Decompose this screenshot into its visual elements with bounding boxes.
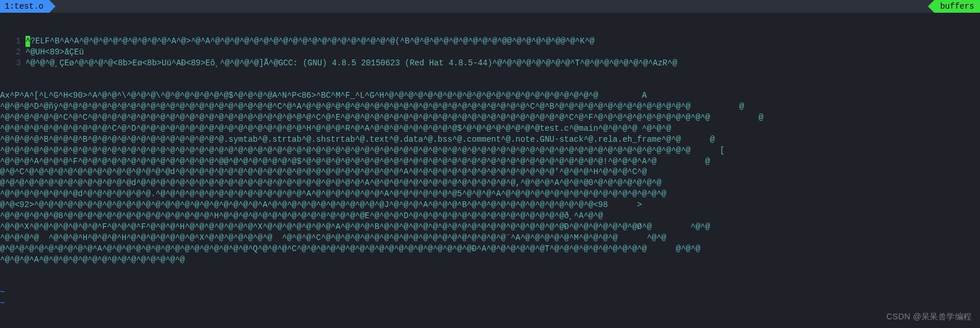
line-content: ^@^@^@^@^B^@^@^@^B^@^@^@^@^@^@^@^@^@^@^@… — [0, 134, 980, 145]
line-number: 2 — [0, 47, 25, 58]
code-line-wrap[interactable]: ^@^@^@^@^@^@^@^@^@^@^@^C^@^D^@^@^@^@^@^@… — [0, 123, 980, 134]
code-line[interactable]: 2^@UH<89>åÇEü — [0, 47, 980, 58]
tab-filename: test.o — [14, 1, 43, 12]
tilde-icon: ~ — [0, 298, 5, 309]
empty-line: ~ — [0, 287, 980, 298]
line-content: ^@UH<89>åÇEü — [25, 47, 980, 58]
line-content: @^@<92>^@^@^@^@^@^@^@^@^@^@^@^@^@^@^@^@^… — [0, 200, 980, 211]
line-content: @^@^@^@^@^@^@^@^@^@^@^@^@^@d^@^@^@^@^@^@… — [0, 178, 980, 189]
line-content: ^@^@^@^A^@^@^@^@^@^@^@^@^@^@^@^@^@^@^@ — [0, 255, 980, 266]
code-line-wrap[interactable]: ^@^@^@^A^@^@^@^@^@^@^@^@^@^@^@^@^@^@^@ — [0, 255, 980, 266]
code-line-wrap[interactable]: ^@^@^@^@^@^@^C^@^C^@^@^@^@^@^@^@^@^@^@^@… — [0, 112, 980, 123]
line-number: 1 — [0, 36, 25, 47]
code-line-wrap[interactable]: ^@^@^@^@^@^@8^@^@^@^@^@^@^@^@^@^@^@^@^@^… — [0, 211, 980, 222]
line-content: ^@^@^@^@^@^@^@^@^@^@^@^C^@^D^@^@^@^@^@^@… — [0, 123, 980, 134]
line-content: ^@^@^@^@^@^@^@^@d^@^@^@^@^@^@^@.^@^@^@^@… — [0, 189, 980, 200]
cursor: ^ — [25, 36, 30, 47]
tab-index: 1 — [5, 1, 9, 12]
line-content: @^@^C^@^@^@^@^@^@^@^@^@^@^@^@^@^@^@d^@^@… — [0, 167, 980, 178]
code-line-wrap[interactable]: @^@^C^@^@^@^@^@^@^@^@^@^@^@^@^@^@^@d^@^@… — [0, 167, 980, 178]
line-content: ^@^@^@^@^@^@^C^@^C^@^@^@^@^@^@^@^@^@^@^@… — [0, 112, 980, 123]
code-line-wrap[interactable]: ^@^@^@^@^@^@^@^@d^@^@^@^@^@^@^@.^@^@^@^@… — [0, 189, 980, 200]
watermark: CSDN @呆呆兽学编程 — [886, 311, 972, 322]
editor-area[interactable]: 1^?ELF^B^A^A^@^@^@^@^@^@^@^@^@^A^@>^@^A^… — [0, 13, 980, 320]
tilde-icon: ~ — [0, 287, 5, 298]
code-line-wrap[interactable]: ^@^@^@^A^@^@^@^F^@^@^@^@^@^@^@^@^@^@^@^@… — [0, 156, 980, 167]
code-line-wrap[interactable]: ^@^@^@^D^@ñÿ^@^@^@^@^@^@^@^@^@^@^@^@^@^@… — [0, 101, 980, 112]
line-content: ^?ELF^B^A^A^@^@^@^@^@^@^@^@^@^A^@>^@^A^@… — [25, 36, 980, 47]
code-line-wrap[interactable]: @^@^@^@^@^@^@^@^@^@^@^@^@^@d^@^@^@^@^@^@… — [0, 178, 980, 189]
tab-bar: 1: test.o buffers — [0, 0, 980, 13]
line-content: ^@^@^X^@^@^@^@^@^@^@^F^@^@^@^F^@^@^@^H^@… — [0, 222, 980, 233]
empty-line: ~ — [0, 298, 980, 309]
code-line-wrap[interactable]: ^@^@^@^@ ^@^@^@^H^@^@^@^H^@^@^@^@^@^@^@^… — [0, 233, 980, 244]
code-line-wrap[interactable]: @^@<92>^@^@^@^@^@^@^@^@^@^@^@^@^@^@^@^@^… — [0, 200, 980, 211]
line-number: 3 — [0, 58, 25, 69]
line-content: ^@^@^@^A^@^@^@^F^@^@^@^@^@^@^@^@^@^@^@^@… — [0, 156, 980, 167]
code-line-wrap[interactable]: ^@^@^@^@^B^@^@^@^B^@^@^@^@^@^@^@^@^@^@^@… — [0, 134, 980, 145]
code-line-wrap[interactable]: ^@^@^X^@^@^@^@^@^@^@^F^@^@^@^F^@^@^@^H^@… — [0, 222, 980, 233]
line-content: ^@^@^@^@ ^@^@^@^H^@^@^@^H^@^@^@^@^@^@^@^… — [0, 233, 980, 244]
code-line-wrap[interactable]: ^@^@^@^@^@^@^@^@^@^@^@^@^@^@^@^@^@^@^@^@… — [0, 145, 980, 156]
code-line[interactable]: 1^?ELF^B^A^A^@^@^@^@^@^@^@^@^@^A^@>^@^A^… — [0, 36, 980, 47]
code-line-wrap[interactable]: Ax^P^A^[^L^G^H<90>^A^@^@^\^@^@^@\^@^@^@^… — [0, 90, 980, 101]
line-content: Ax^P^A^[^L^G^H<90>^A^@^@^\^@^@^@\^@^@^@^… — [0, 90, 980, 101]
buffer-tab[interactable]: 1: test.o — [0, 0, 49, 13]
line-content: ^@^@^@^@^@^@^@^@^@^@^@^@^@^@^@^@^@^@^@^@… — [0, 145, 980, 156]
line-content: @^@^@^@^@^@^@^@^@^@^A^@^@^@^@^@^@^@^@^@^… — [0, 244, 980, 255]
line-content: ^@^@^@¸ÇEø^@^@^@^@<8b>Eø<8b>Uü^AÐ<89>Eô¸… — [25, 58, 980, 69]
code-line-wrap[interactable]: @^@^@^@^@^@^@^@^@^@^A^@^@^@^@^@^@^@^@^@^… — [0, 244, 980, 255]
code-line[interactable]: 3^@^@^@¸ÇEø^@^@^@^@<8b>Eø<8b>Uü^AÐ<89>Eô… — [0, 58, 980, 69]
buffers-label[interactable]: buffers — [934, 0, 980, 13]
line-content: ^@^@^@^@^@^@8^@^@^@^@^@^@^@^@^@^@^@^@^@^… — [0, 211, 980, 222]
line-content: ^@^@^@^D^@ñÿ^@^@^@^@^@^@^@^@^@^@^@^@^@^@… — [0, 101, 980, 112]
